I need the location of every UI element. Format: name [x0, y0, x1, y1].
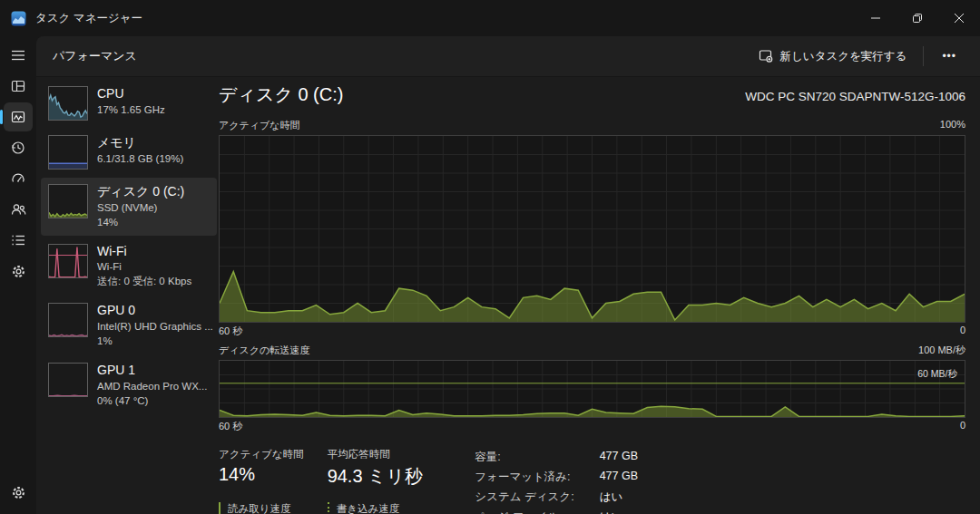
perf-item-subline: SSD (NVMe): [97, 200, 184, 215]
detail-value: はい: [600, 509, 665, 514]
stat-value: 14%: [219, 464, 304, 485]
settings-gear-icon: [11, 485, 26, 500]
header-separator: [923, 46, 924, 66]
perf-item-wifi[interactable]: Wi-FiWi-Fi送信: 0 受信: 0 Kbps: [41, 238, 217, 296]
stat-write-speed: 書き込み速度41.5 KB/秒: [328, 502, 425, 514]
run-new-task-label: 新しいタスクを実行する: [780, 49, 907, 64]
app-icon: [11, 11, 26, 26]
nav-performance[interactable]: [4, 102, 33, 131]
perf-item-subline: 6.1/31.8 GB (19%): [97, 151, 183, 166]
stat-label: 読み取り速度: [228, 502, 304, 514]
chart1-title: アクティブな時間: [219, 119, 300, 132]
detail-label: フォーマット済み:: [475, 470, 573, 485]
chart2-title: ディスクの転送速度: [219, 344, 309, 357]
stat-avg-response: 平均応答時間94.3 ミリ秒: [328, 448, 425, 490]
menu-icon: [11, 48, 25, 63]
device-name: WDC PC SN720 SDAPNTW-512G-1006: [745, 90, 965, 103]
nav-settings[interactable]: [4, 478, 33, 507]
transfer-rate-chart: 60 MB/秒: [219, 360, 965, 418]
users-icon: [11, 202, 26, 217]
nav-details[interactable]: [4, 226, 33, 255]
nav-menu-button[interactable]: [4, 41, 33, 70]
titlebar: タスク マネージャー: [0, 0, 980, 36]
run-new-task-icon: [759, 49, 773, 63]
perf-item-disk0[interactable]: ディスク 0 (C:)SSD (NVMe)14%: [41, 178, 217, 236]
caption-buttons: [855, 0, 980, 36]
gpu1-sparkline: [48, 363, 88, 397]
content-header: パフォーマンス 新しいタスクを実行する •••: [36, 36, 980, 77]
disk-stats-primary: アクティブな時間14%平均応答時間94.3 ミリ秒読み取り速度0 KB/秒書き込…: [219, 448, 424, 514]
history-icon: [11, 141, 25, 155]
stat-label: 平均応答時間: [328, 448, 425, 461]
perf-item-subline: 0% (47 °C): [97, 393, 207, 408]
disk-stats: アクティブな時間14%平均応答時間94.3 ミリ秒読み取り速度0 KB/秒書き込…: [219, 448, 965, 514]
perf-item-cpu[interactable]: CPU17% 1.65 GHz: [41, 80, 217, 127]
stat-label: 書き込み速度: [337, 502, 425, 514]
perf-item-subline: 1%: [97, 334, 210, 348]
performance-icon: [11, 110, 25, 124]
chart2-scale-max: 100 MB/秒: [918, 344, 965, 357]
window-title: タスク マネージャー: [35, 11, 142, 26]
stat-active-time: アクティブな時間14%: [219, 448, 304, 490]
perf-item-title: メモリ: [97, 135, 183, 151]
detail-label: ページ ファイル:: [475, 509, 573, 514]
active-time-chart: [219, 135, 965, 323]
run-new-task-button[interactable]: 新しいタスクを実行する: [750, 43, 916, 71]
stat-read-speed: 読み取り速度0 KB/秒: [219, 502, 304, 514]
perf-item-title: GPU 1: [97, 363, 207, 379]
close-button[interactable]: [938, 0, 980, 36]
chart1-x-left: 60 秒: [219, 325, 242, 338]
disk0-sparkline: [48, 184, 88, 218]
perf-item-subline: AMD Radeon Pro WX...: [97, 379, 207, 393]
perf-item-gpu0[interactable]: GPU 0Intel(R) UHD Graphics ...1%: [41, 296, 217, 354]
minimize-button[interactable]: [855, 0, 897, 36]
stat-label: アクティブな時間: [219, 448, 304, 461]
page-title: パフォーマンス: [53, 48, 137, 64]
disk-detail-pane: ディスク 0 (C:) WDC PC SN720 SDAPNTW-512G-10…: [219, 77, 965, 514]
more-options-button[interactable]: •••: [931, 44, 967, 69]
nav-users[interactable]: [4, 195, 33, 224]
cpu-sparkline: [48, 86, 88, 121]
perf-item-subline: 送信: 0 受信: 0 Kbps: [97, 274, 191, 288]
perf-item-gpu1[interactable]: GPU 1AMD Radeon Pro WX...0% (47 °C): [41, 356, 217, 414]
nav-app-history[interactable]: [4, 133, 33, 162]
maximize-restore-button[interactable]: [897, 0, 938, 36]
more-options-icon: •••: [942, 50, 956, 63]
selected-indicator: [0, 110, 3, 124]
wifi-sparkline: [48, 244, 88, 278]
stat-value: 94.3 ミリ秒: [328, 464, 425, 489]
content-panel: パフォーマンス 新しいタスクを実行する •••: [36, 36, 980, 514]
perf-item-title: Wi-Fi: [97, 244, 191, 260]
detail-value: はい: [600, 490, 665, 505]
chart1-x-right: 0: [960, 325, 965, 338]
nav-services[interactable]: [4, 257, 33, 286]
chart2-scale-line-label: 60 MB/秒: [917, 368, 957, 381]
perf-item-memory[interactable]: メモリ6.1/31.8 GB (19%): [41, 129, 217, 176]
performance-sidebar: CPU17% 1.65 GHzメモリ6.1/31.8 GB (19%)ディスク …: [41, 80, 217, 416]
nav-rail: [0, 36, 36, 514]
details-icon: [11, 233, 25, 247]
memory-sparkline: [48, 135, 88, 170]
processes-icon: [11, 79, 25, 93]
gauge-icon: [11, 171, 25, 186]
perf-item-title: CPU: [97, 86, 165, 102]
disk-stats-details: 容量:477 GBフォーマット済み:477 GBシステム ディスク:はいページ …: [475, 450, 665, 514]
chart1-scale-max: 100%: [940, 119, 965, 132]
task-manager-window: タスク マネージャー: [0, 0, 980, 514]
perf-item-title: ディスク 0 (C:): [97, 184, 184, 200]
detail-label: 容量:: [475, 450, 573, 465]
detail-label: システム ディスク:: [475, 490, 573, 505]
chart2-x-right: 0: [960, 420, 965, 433]
perf-item-title: GPU 0: [97, 303, 210, 319]
perf-item-subline: Wi-Fi: [97, 259, 191, 274]
chart2-x-left: 60 秒: [219, 420, 242, 433]
detail-value: 477 GB: [600, 470, 665, 485]
perf-item-subline: Intel(R) UHD Graphics ...: [97, 319, 210, 334]
perf-item-subline: 14%: [97, 215, 184, 229]
gpu0-sparkline: [48, 303, 88, 337]
services-gear-icon: [11, 264, 26, 279]
disk-title: ディスク 0 (C:): [219, 82, 343, 107]
nav-startup-apps[interactable]: [4, 164, 33, 193]
nav-processes[interactable]: [4, 72, 33, 101]
detail-value: 477 GB: [600, 450, 665, 465]
